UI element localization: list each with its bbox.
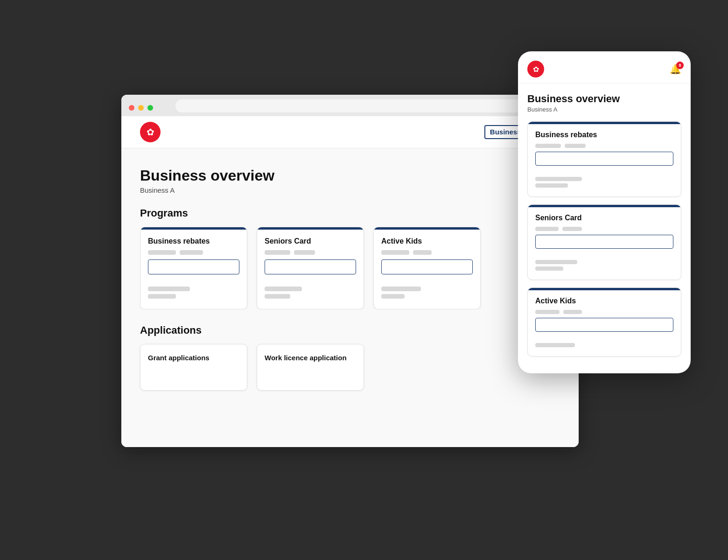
placeholder: [265, 250, 290, 255]
mobile-input-box[interactable]: [535, 152, 673, 166]
app-card-work-licence[interactable]: Work licence application: [257, 344, 364, 391]
logo: ✿: [140, 122, 161, 142]
mobile-placeholder-row: [535, 227, 673, 231]
mobile-card-seniors-card[interactable]: Seniors Card: [527, 204, 681, 280]
browser-dot-green: [147, 105, 153, 111]
footer-placeholder: [265, 287, 302, 291]
app-card-grant[interactable]: Grant applications: [140, 344, 247, 391]
mobile-input-box[interactable]: [535, 235, 673, 249]
programs-section-title: Programs: [140, 207, 560, 219]
placeholder: [413, 250, 432, 255]
mobile-card-title: Seniors Card: [535, 214, 673, 222]
mobile-footer-placeholder: [535, 177, 582, 181]
mobile-card-business-rebates[interactable]: Business rebates: [527, 121, 681, 197]
applications-section-title: Applications: [140, 324, 560, 336]
mobile-placeholder: [535, 310, 560, 314]
footer-placeholder: [148, 287, 190, 291]
footer-placeholder: [381, 287, 421, 291]
mobile-logo: ✿: [527, 61, 544, 77]
mobile-notification-badge: 8: [676, 62, 684, 69]
mobile-card-title: Business rebates: [535, 131, 673, 139]
logo-icon: ✿: [147, 126, 154, 138]
mobile-card-active-kids[interactable]: Active Kids: [527, 287, 681, 357]
mobile-input-box[interactable]: [535, 318, 673, 332]
card-placeholder-row: [265, 250, 356, 255]
placeholder: [180, 250, 203, 255]
placeholder: [381, 250, 409, 255]
mobile-placeholder: [565, 144, 586, 148]
card-placeholder-row: [148, 250, 239, 255]
card-input-box[interactable]: [265, 259, 356, 274]
mobile-card-title: Active Kids: [535, 297, 673, 305]
mobile-placeholder: [535, 144, 561, 148]
program-card-seniors-card[interactable]: Seniors Card: [257, 227, 364, 309]
desktop-content: Business overview Business A Programs Bu…: [121, 148, 579, 447]
mobile-logo-icon: ✿: [533, 65, 539, 74]
footer-placeholder: [381, 294, 405, 299]
mobile-footer-placeholder: [535, 260, 577, 264]
mobile-header: ✿ 🔔 8: [518, 51, 691, 84]
browser-chrome: [121, 95, 579, 116]
app-card-title: Work licence application: [265, 354, 356, 362]
browser-window: ✿ Business A ▾ 🔔 8 Business overview Bus…: [121, 95, 579, 447]
address-bar: [175, 99, 553, 112]
app-card-title: Grant applications: [148, 354, 239, 362]
mobile-page-subtitle: Business A: [527, 106, 681, 113]
mobile-placeholder: [562, 227, 582, 231]
card-title: Active Kids: [381, 237, 473, 245]
mobile-content: Business overview Business A Business re…: [518, 84, 691, 373]
mobile-overlay: ✿ 🔔 8 Business overview Business A Busin…: [518, 51, 691, 373]
desktop-header: ✿ Business A ▾ 🔔 8: [121, 116, 579, 148]
application-cards-row: Grant applications Work licence applicat…: [140, 344, 560, 391]
card-input-box[interactable]: [381, 259, 473, 274]
mobile-page-title: Business overview: [527, 93, 681, 105]
placeholder: [294, 250, 315, 255]
mobile-footer-placeholder: [535, 183, 568, 188]
placeholder: [148, 250, 176, 255]
card-input-box[interactable]: [148, 259, 239, 274]
mobile-placeholder-row: [535, 310, 673, 314]
mobile-placeholder: [563, 310, 582, 314]
browser-dot-yellow: [138, 105, 144, 111]
mobile-placeholder-row: [535, 144, 673, 148]
footer-placeholder: [148, 294, 176, 299]
mobile-footer-placeholder: [535, 266, 563, 271]
programs-cards-row: Business rebates: [140, 227, 560, 309]
program-card-active-kids[interactable]: Active Kids: [373, 227, 481, 309]
mobile-placeholder: [535, 227, 559, 231]
card-title: Seniors Card: [265, 237, 356, 245]
browser-dot-red: [129, 105, 134, 111]
mobile-footer-placeholder: [535, 343, 575, 347]
footer-placeholder: [265, 294, 290, 299]
card-title: Business rebates: [148, 237, 239, 245]
card-placeholder-row: [381, 250, 473, 255]
mobile-notification-button[interactable]: 🔔 8: [670, 63, 681, 75]
program-card-business-rebates[interactable]: Business rebates: [140, 227, 247, 309]
page-subtitle: Business A: [140, 186, 560, 194]
page-title: Business overview: [140, 167, 560, 184]
